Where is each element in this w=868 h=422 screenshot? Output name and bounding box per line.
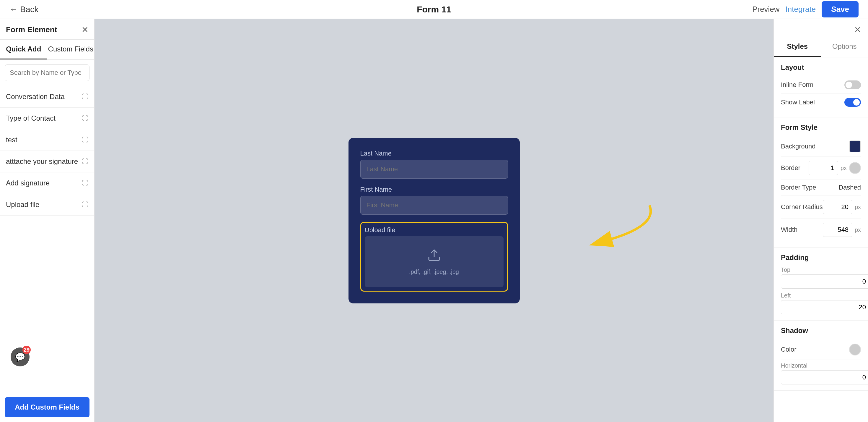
padding-left-field: Left px	[781, 292, 868, 314]
border-unit: px	[840, 165, 847, 171]
padding-title: Padding	[781, 253, 861, 262]
border-input-row: px	[809, 161, 861, 175]
list-item[interactable]: Add signature ⛶	[0, 172, 94, 194]
width-row: Width px	[781, 219, 861, 241]
inline-form-toggle[interactable]	[844, 80, 861, 89]
horizontal-input[interactable]	[781, 370, 868, 385]
border-value-input[interactable]	[809, 161, 838, 175]
save-button[interactable]: Save	[822, 1, 859, 18]
horizontal-label: Horizontal	[781, 362, 868, 369]
integrate-button[interactable]: Integrate	[785, 5, 816, 14]
preview-button[interactable]: Preview	[752, 5, 779, 14]
horizontal-row: px	[781, 370, 868, 385]
panel-title: Form Element	[6, 25, 57, 34]
expand-icon: ⛶	[82, 136, 88, 144]
center-canvas: Last Name First Name Upload file	[94, 19, 774, 422]
corner-radius-input[interactable]	[823, 200, 852, 214]
last-name-label: Last Name	[360, 150, 508, 157]
back-button[interactable]: ← Back	[9, 5, 38, 14]
border-type-label: Border Type	[781, 184, 816, 191]
border-color-swatch[interactable]	[849, 162, 861, 174]
shadow-color-swatch[interactable]	[849, 344, 861, 356]
list-item[interactable]: atttache your signature ⛶	[0, 151, 94, 172]
padding-section: Padding Top px Bottom px	[774, 248, 868, 320]
show-label-toggle[interactable]	[844, 98, 861, 107]
arrow-annotation	[576, 196, 664, 257]
first-name-input[interactable]	[360, 196, 508, 215]
search-input[interactable]	[5, 64, 90, 81]
back-arrow-icon: ←	[9, 5, 18, 14]
back-label: Back	[20, 5, 38, 14]
toggle-slider-2	[844, 98, 861, 107]
expand-icon: ⛶	[82, 201, 88, 208]
tab-styles[interactable]: Styles	[774, 37, 821, 57]
list-item[interactable]: Conversation Data ⛶	[0, 86, 94, 108]
show-label-label: Show Label	[781, 99, 815, 106]
topbar: ← Back Form 11 Preview Integrate Save	[0, 0, 868, 19]
upload-dropzone[interactable]: .pdf, .gif, .jpeg, .jpg	[365, 236, 503, 287]
border-label: Border	[781, 164, 800, 172]
right-panel-header: ✕	[774, 19, 868, 35]
expand-icon: ⛶	[82, 158, 88, 165]
tab-quick-add[interactable]: Quick Add	[0, 39, 47, 59]
field-name: Upload file	[6, 200, 39, 209]
left-panel: Form Element ✕ Quick Add Custom Fields C…	[0, 19, 94, 422]
field-name: atttache your signature	[6, 157, 78, 166]
page-title: Form 11	[417, 4, 451, 15]
chat-icon: 💬	[15, 352, 25, 362]
chat-badge[interactable]: 💬 29	[11, 347, 30, 366]
search-box	[0, 60, 94, 86]
form-preview: Last Name First Name Upload file	[348, 138, 520, 303]
shadow-title: Shadow	[781, 327, 861, 335]
padding-left-row: px	[781, 300, 868, 314]
topbar-actions: Preview Integrate Save	[752, 1, 859, 18]
first-name-label: First Name	[360, 186, 508, 193]
toggle-slider	[844, 80, 861, 89]
width-label: Width	[781, 226, 798, 234]
border-type-row: Border Type Dashed	[781, 179, 861, 196]
padding-top-row: px	[781, 275, 868, 289]
right-tab-row: Styles Options	[774, 37, 868, 57]
add-custom-fields-button[interactable]: Add Custom Fields	[5, 397, 90, 417]
panel-header: Form Element ✕	[0, 19, 94, 39]
tab-custom-fields[interactable]: Custom Fields	[47, 39, 94, 59]
shadow-grid: Horizontal px Vertical px	[781, 362, 861, 385]
expand-icon: ⛶	[82, 179, 88, 187]
upload-section: Upload file .pdf, .gif, .jpeg, .jpg	[360, 222, 508, 291]
padding-left-label: Left	[781, 292, 868, 299]
layout-title: Layout	[781, 63, 861, 72]
padding-grid: Top px Bottom px Left	[781, 266, 861, 314]
padding-top-input[interactable]	[781, 275, 868, 289]
main-layout: Form Element ✕ Quick Add Custom Fields C…	[0, 19, 868, 422]
background-row: Background	[781, 136, 861, 157]
last-name-input[interactable]	[360, 160, 508, 179]
tab-options[interactable]: Options	[821, 37, 868, 57]
list-item[interactable]: Upload file ⛶	[0, 194, 94, 216]
list-item[interactable]: test ⛶	[0, 129, 94, 151]
corner-radius-row: Corner Radius px	[781, 196, 861, 219]
background-color-swatch[interactable]	[849, 140, 861, 152]
border-row: Border px	[781, 157, 861, 179]
left-tab-row: Quick Add Custom Fields	[0, 39, 94, 60]
upload-icon	[427, 248, 441, 265]
corner-radius-label: Corner Radius	[781, 203, 823, 211]
shadow-section: Shadow Color Horizontal px Vertical	[774, 320, 868, 391]
upload-hint: .pdf, .gif, .jpeg, .jpg	[409, 269, 459, 275]
layout-section: Layout Inline Form Show Label	[774, 57, 868, 117]
inline-form-label: Inline Form	[781, 81, 813, 89]
form-style-section: Form Style Background Border px Border T…	[774, 117, 868, 248]
right-panel-close-icon[interactable]: ✕	[854, 25, 861, 35]
padding-left-input[interactable]	[781, 300, 868, 314]
panel-close-icon[interactable]: ✕	[82, 25, 88, 35]
color-label: Color	[781, 346, 797, 354]
field-list: Conversation Data ⛶ Type of Contact ⛶ te…	[0, 86, 94, 388]
width-input[interactable]	[823, 223, 852, 237]
width-unit: px	[855, 227, 861, 233]
color-row: Color	[781, 339, 861, 360]
border-type-value[interactable]: Dashed	[838, 184, 861, 191]
last-name-group: Last Name	[360, 150, 508, 179]
list-item[interactable]: Type of Contact ⛶	[0, 108, 94, 129]
horizontal-field: Horizontal px	[781, 362, 868, 385]
expand-icon: ⛶	[82, 114, 88, 122]
corner-radius-input-row: px	[823, 200, 861, 214]
